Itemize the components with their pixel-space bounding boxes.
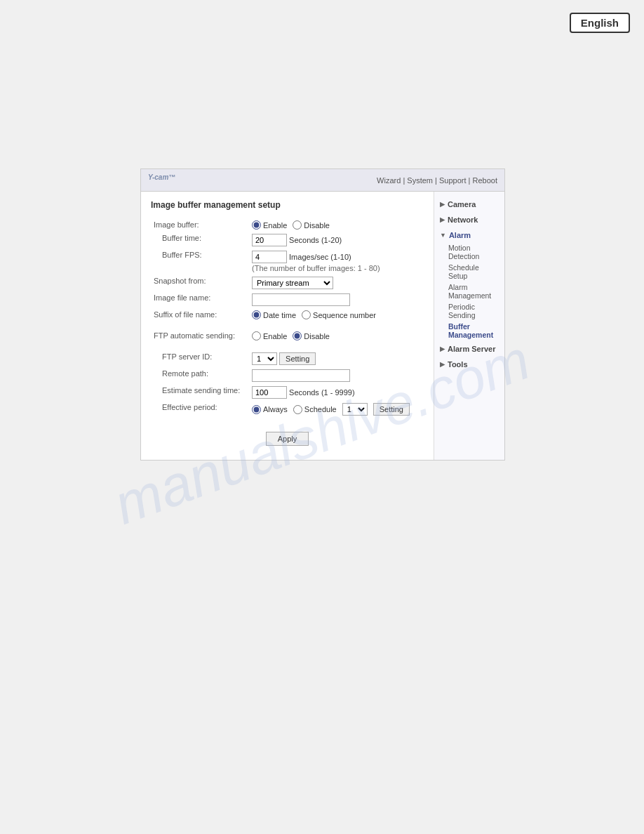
ftp-enable-label[interactable]: Enable (252, 331, 287, 340)
suffix-date-time-text: Date time (263, 311, 296, 319)
alarm-label: Alarm (449, 231, 471, 239)
buffer-fps-value-cell: Images/sec (1-10) (The number of buffer … (249, 249, 424, 274)
sidebar-section-alarm-server: ▶ Alarm Server (434, 342, 504, 356)
image-buffer-disable-radio[interactable] (293, 220, 302, 230)
ftp-disable-radio[interactable] (293, 331, 302, 340)
alarm-server-arrow: ▶ (440, 345, 445, 352)
alarm-server-label: Alarm Server (448, 345, 496, 353)
sidebar-item-alarm-management[interactable]: Alarm Management (443, 282, 504, 301)
schedule-setting-button[interactable]: Setting (373, 403, 410, 416)
sidebar-item-schedule-setup[interactable]: Schedule Setup (443, 262, 504, 282)
network-arrow: ▶ (440, 216, 445, 223)
network-label: Network (448, 216, 478, 224)
remote-path-input[interactable] (252, 369, 350, 382)
remote-path-row: Remote path: (151, 367, 424, 384)
sidebar-section-network: ▶ Network (434, 213, 504, 227)
suffix-radio-group: Date time Sequence number (252, 310, 421, 319)
tools-label: Tools (448, 360, 468, 369)
image-file-name-input[interactable] (252, 293, 350, 306)
image-buffer-value: Enable Disable (249, 218, 424, 232)
image-buffer-enable-radio[interactable] (252, 220, 261, 230)
image-buffer-enable-label[interactable]: Enable (252, 220, 287, 230)
logo-tm: ™ (168, 173, 175, 181)
snapshot-from-select[interactable]: Primary stream Secondary stream (252, 277, 333, 289)
ftp-auto-label: FTP automatic sending: (151, 329, 249, 343)
schedule-label[interactable]: Schedule (293, 405, 337, 414)
apply-row: Apply (151, 432, 424, 446)
schedule-radio[interactable] (293, 405, 302, 414)
sidebar-item-motion-detection[interactable]: Motion Detection (443, 242, 504, 262)
suffix-date-time-label[interactable]: Date time (252, 310, 296, 319)
tools-arrow: ▶ (440, 361, 445, 368)
content-area: Image buffer management setup Image buff… (141, 192, 504, 460)
ftp-disable-text: Disable (304, 332, 330, 340)
alarm-sub-items: Motion Detection Schedule Setup Alarm Ma… (434, 242, 504, 340)
image-buffer-radio-group: Enable Disable (252, 220, 421, 230)
nav-support[interactable]: Support (439, 176, 467, 185)
buffer-time-hint: Seconds (1-20) (289, 236, 342, 244)
image-file-name-value-cell (249, 291, 424, 308)
effective-period-value-cell: Always Schedule 1 2 3 Setting (249, 401, 424, 418)
suffix-label: Suffix of file name: (151, 308, 249, 322)
nav-system[interactable]: System (407, 176, 433, 185)
sidebar-section-camera: ▶ Camera (434, 197, 504, 211)
remote-path-value-cell (249, 367, 424, 384)
separator-row-1 (151, 322, 424, 329)
buffer-fps-hint2: (The number of buffer images: 1 - 80) (252, 264, 421, 272)
ftp-server-id-value-cell: 1 2 3 Setting (249, 350, 424, 367)
estimate-time-value-cell: Seconds (1 - 9999) (249, 384, 424, 401)
sidebar-section-tools: ▶ Tools (434, 357, 504, 371)
sidebar-section-alarm: ▼ Alarm Motion Detection Schedule Setup … (434, 228, 504, 340)
camera-arrow: ▶ (440, 201, 445, 208)
apply-button[interactable]: Apply (266, 432, 309, 446)
image-buffer-disable-label[interactable]: Disable (293, 220, 330, 230)
sidebar-tools[interactable]: ▶ Tools (434, 357, 504, 371)
buffer-time-input[interactable] (252, 234, 287, 246)
buffer-fps-hint: Images/sec (1-10) (289, 253, 351, 261)
sidebar-item-periodic-sending[interactable]: Periodic Sending (443, 301, 504, 321)
suffix-sequence-label[interactable]: Sequence number (302, 310, 376, 319)
alarm-arrow: ▼ (440, 232, 446, 239)
estimate-time-input[interactable] (252, 386, 287, 399)
suffix-sequence-text: Sequence number (313, 311, 376, 319)
always-radio[interactable] (252, 405, 261, 414)
image-buffer-label: Image buffer: (151, 218, 249, 232)
estimate-time-label: Estimate sending time: (151, 384, 249, 401)
separator-2 (151, 343, 424, 350)
separator-row-2 (151, 343, 424, 350)
suffix-date-time-radio[interactable] (252, 310, 261, 319)
ftp-auto-radio-group: Enable Disable (252, 331, 421, 340)
suffix-sequence-radio[interactable] (302, 310, 311, 319)
ftp-server-id-label: FTP server ID: (151, 350, 249, 367)
snapshot-from-row: Snapshot from: Primary stream Secondary … (151, 274, 424, 291)
ftp-setting-button[interactable]: Setting (279, 352, 316, 365)
sidebar-alarm[interactable]: ▼ Alarm (434, 228, 504, 242)
sidebar-network[interactable]: ▶ Network (434, 213, 504, 227)
ftp-enable-radio[interactable] (252, 331, 261, 340)
sidebar-camera[interactable]: ▶ Camera (434, 197, 504, 211)
ftp-server-id-select[interactable]: 1 2 3 (252, 352, 277, 365)
sidebar-alarm-server[interactable]: ▶ Alarm Server (434, 342, 504, 356)
estimate-time-row: Estimate sending time: Seconds (1 - 9999… (151, 384, 424, 401)
nav-wizard[interactable]: Wizard (377, 176, 401, 185)
ftp-server-id-row: FTP server ID: 1 2 3 Setting (151, 350, 424, 367)
image-buffer-enable-text: Enable (263, 221, 287, 230)
sidebar-item-buffer-management[interactable]: Buffer Management (443, 321, 504, 340)
logo-text: Y-cam (148, 173, 168, 181)
image-buffer-row: Image buffer: Enable Disable (151, 218, 424, 232)
buffer-time-value-cell: Seconds (1-20) (249, 232, 424, 249)
always-label[interactable]: Always (252, 405, 288, 414)
snapshot-from-value-cell: Primary stream Secondary stream (249, 274, 424, 291)
nav-reboot[interactable]: Reboot (473, 176, 497, 185)
header-bar: Y-cam™ Wizard | System | Support | Reboo… (141, 169, 504, 192)
image-file-name-row: Image file name: (151, 291, 424, 308)
schedule-select[interactable]: 1 2 3 (342, 403, 368, 416)
buffer-fps-label: Buffer FPS: (151, 249, 249, 274)
main-container: Y-cam™ Wizard | System | Support | Reboo… (140, 168, 505, 461)
form-area: Image buffer management setup Image buff… (141, 192, 434, 460)
effective-period-row: Effective period: Always Schedule (151, 401, 424, 418)
ftp-disable-label[interactable]: Disable (293, 331, 330, 340)
buffer-fps-input[interactable] (252, 251, 287, 263)
estimate-time-hint: Seconds (1 - 9999) (289, 388, 355, 397)
suffix-row: Suffix of file name: Date time Sequence … (151, 308, 424, 322)
